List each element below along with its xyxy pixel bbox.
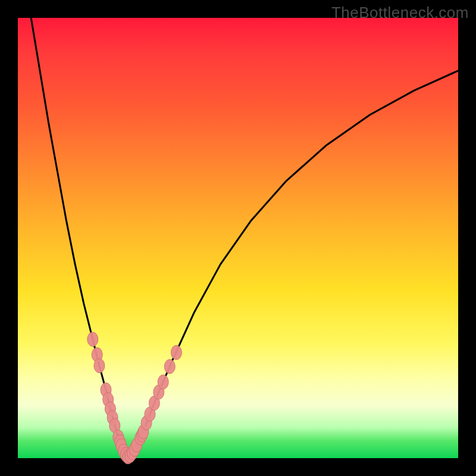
data-marker	[164, 359, 175, 374]
curve-right-branch	[128, 71, 458, 458]
data-marker	[171, 345, 181, 359]
data-marker	[94, 359, 105, 373]
data-marker	[87, 332, 98, 346]
chart-frame: TheBottleneck.com	[0, 0, 476, 476]
curve-left-branch	[31, 18, 128, 458]
data-markers	[87, 332, 182, 464]
bottleneck-curve	[31, 18, 458, 458]
plot-area	[18, 18, 458, 458]
curve-layer	[18, 18, 458, 458]
data-marker	[158, 375, 168, 389]
